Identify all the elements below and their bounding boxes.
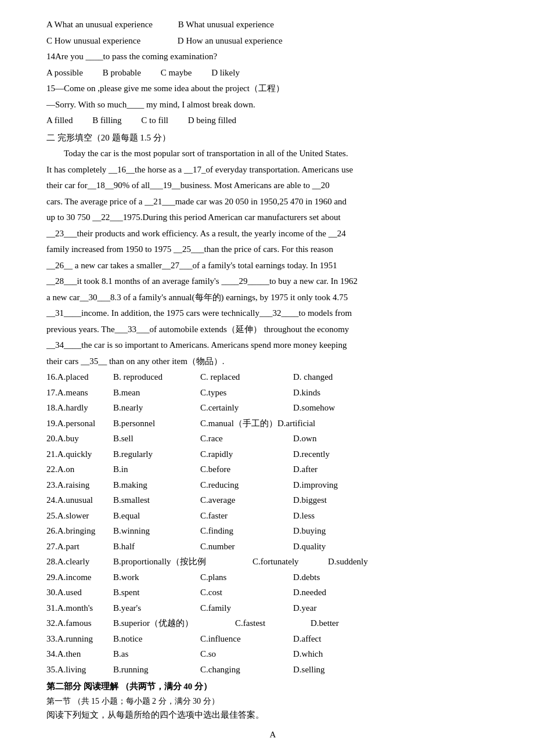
para2: It has completely __16__the horse as a _… <box>46 163 499 178</box>
para7: family increased from 1950 to 1975 __25_… <box>46 242 499 257</box>
ans-c: C.changing <box>200 663 293 678</box>
ans-c: C.influence <box>200 632 293 647</box>
para6: __23___their products and work efficienc… <box>46 226 499 242</box>
q14b: B probable <box>103 68 141 77</box>
ans-num: 28.A.clearly <box>46 555 113 570</box>
answer-row: 22.A.onB.inC.beforeD.after <box>46 462 499 477</box>
ans-num: 32.A.famous <box>46 616 113 631</box>
answer-row: 20.A.buyB.sellC.raceD.own <box>46 431 499 447</box>
ans-d: D.suddenly <box>328 555 368 570</box>
ans-b: B.nearly <box>113 401 200 416</box>
q15-options: A filled B filling C to fill D being fil… <box>46 113 499 128</box>
answer-row: 32.A.famousB.superior（优越的）C.fastestD.bet… <box>46 616 499 631</box>
ans-c: C.rapidly <box>200 447 293 462</box>
para4: cars. The average price of a __21___made… <box>46 195 499 210</box>
ans-c: C.number <box>200 539 293 555</box>
ans-b: B.mean <box>113 386 200 401</box>
ans-c: C.so <box>200 647 293 662</box>
ans-c: C.before <box>200 462 293 477</box>
ans-cd: C.manual（手工的）D.artificial <box>200 416 328 431</box>
para9: __28___it took 8.1 months of an average … <box>46 274 499 289</box>
ans-num: 24.A.unusual <box>46 493 113 508</box>
para13: __34____the car is so important to Ameri… <box>46 338 499 353</box>
para14: their cars __35__ than on any other item… <box>46 354 499 369</box>
ans-b: B.spent <box>113 585 200 600</box>
ans-b: B.personnel <box>113 416 200 431</box>
answer-row: 26.A.bringingB.winningC.findingD.buying <box>46 524 499 539</box>
instruction: 阅读下列短文，从每题所给的四个选项中选出最佳答案。 <box>46 708 499 723</box>
answer-row: 24.A.unusualB.smallestC.averageD.biggest <box>46 493 499 508</box>
ans-num: 34.A.then <box>46 647 113 662</box>
ans-num: 33.A.running <box>46 632 113 647</box>
ans-c: C.finding <box>200 524 293 539</box>
ans-num: 35.A.living <box>46 663 113 678</box>
answer-row: 33.A.runningB.noticeC.influenceD.affect <box>46 632 499 647</box>
ans-b: B.half <box>113 539 200 555</box>
answer-row: 16.A.placedB. reproducedC. replacedD. ch… <box>46 370 499 385</box>
para10: a new car__30___8.3 of a family's annual… <box>46 290 499 305</box>
ans-c: C.types <box>200 386 293 401</box>
q14-text: 14Are you ____to pass the coming examina… <box>46 49 499 64</box>
letter-a: A <box>46 728 499 743</box>
answer-rows: 16.A.placedB. reproducedC. replacedD. ch… <box>46 370 499 677</box>
q15-text: 15—Come on ,please give me some idea abo… <box>46 81 499 96</box>
answer-row: 34.A.thenB.asC.soD.which <box>46 647 499 662</box>
ans-d: D.better <box>311 616 339 631</box>
ans-d: D.less <box>293 509 315 524</box>
ans-b: B.winning <box>113 524 200 539</box>
ans-b: B.in <box>113 462 200 477</box>
part2-header: 第二部分 阅读理解 （共两节，满分 40 分） <box>46 679 499 694</box>
answer-row: 35.A.livingB.runningC.changingD.selling <box>46 663 499 678</box>
ans-num: 17.A.means <box>46 386 113 401</box>
q13a: A What an unusual experience <box>46 20 153 29</box>
answer-row: 28.A.clearlyB.proportionally（按比例C.fortun… <box>46 555 499 570</box>
ans-d: D.kinds <box>293 386 320 401</box>
ans-c: C.certainly <box>200 401 293 416</box>
ans-num: 30.A.used <box>46 585 113 600</box>
para1: Today the car is the most popular sort o… <box>46 146 499 161</box>
answer-row: 29.A.incomeB.workC.plansD.debts <box>46 570 499 585</box>
q15d: D being filled <box>188 116 236 125</box>
para3: their car for__18__90% of all___19__busi… <box>46 178 499 193</box>
q13-options-row2: C How unusual experience D How an unusua… <box>46 34 499 49</box>
ans-b: B.notice <box>113 632 200 647</box>
sec2-header: 二 完形填空（20 题每题 1.5 分） <box>46 131 499 146</box>
q14d: D likely <box>211 68 240 77</box>
ans-c: C.fortunately <box>252 555 328 570</box>
ans-num: 23.A.raising <box>46 478 113 493</box>
q13-options-row1: A What an unusual experience B What unus… <box>46 17 499 33</box>
answer-row: 30.A.usedB.spentC.costD.needed <box>46 585 499 600</box>
ans-d: D.selling <box>293 663 325 678</box>
ans-num: 16.A.placed <box>46 370 113 385</box>
page-number: 2 <box>46 754 499 756</box>
q13d: D How an unusual experience <box>178 36 283 45</box>
ans-num: 29.A.income <box>46 570 113 585</box>
answer-row: 17.A.meansB.meanC.typesD.kinds <box>46 386 499 401</box>
answer-row: 25.A.slowerB.equalC.fasterD.less <box>46 509 499 524</box>
ans-num: 19.A.personal <box>46 416 113 431</box>
ans-d: D.own <box>293 431 316 447</box>
ans-num: 31.A.month's <box>46 601 113 616</box>
ans-d: D.buying <box>293 524 326 539</box>
ans-d: D.quality <box>293 539 326 555</box>
ans-c: C.average <box>200 493 293 508</box>
ans-d: D.needed <box>293 585 326 600</box>
ans-b: B.sell <box>113 431 200 447</box>
ans-c: C.race <box>200 431 293 447</box>
ans-num: 26.A.bringing <box>46 524 113 539</box>
ans-b: B.superior（优越的） <box>113 616 235 631</box>
ans-num: 27.A.part <box>46 539 113 555</box>
q15-dash: —Sorry. With so much____ my mind, I almo… <box>46 98 499 113</box>
answer-row: 19.A.personalB.personnelC.manual（手工的）D.a… <box>46 416 499 431</box>
ans-d: D.biggest <box>293 493 327 508</box>
para8: __26__ a new car takes a smaller__27___o… <box>46 258 499 273</box>
ans-b: B.proportionally（按比例 <box>113 555 252 570</box>
ans-b: B.year's <box>113 601 200 616</box>
ans-c: C.plans <box>200 570 293 585</box>
q13c: C How unusual experience <box>46 36 140 45</box>
ans-d: D.somehow <box>293 401 335 416</box>
ans-b: B.making <box>113 478 200 493</box>
ans-c: C.fastest <box>235 616 311 631</box>
ans-d: D. changed <box>293 370 333 385</box>
answer-row: 23.A.raisingB.makingC.reducingD.improvin… <box>46 478 499 493</box>
